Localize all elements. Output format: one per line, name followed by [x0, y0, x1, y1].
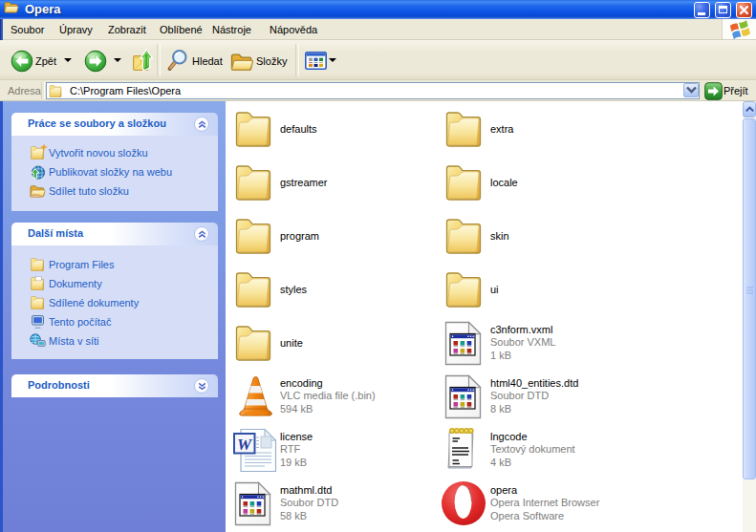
svg-text:W: W: [237, 436, 253, 454]
